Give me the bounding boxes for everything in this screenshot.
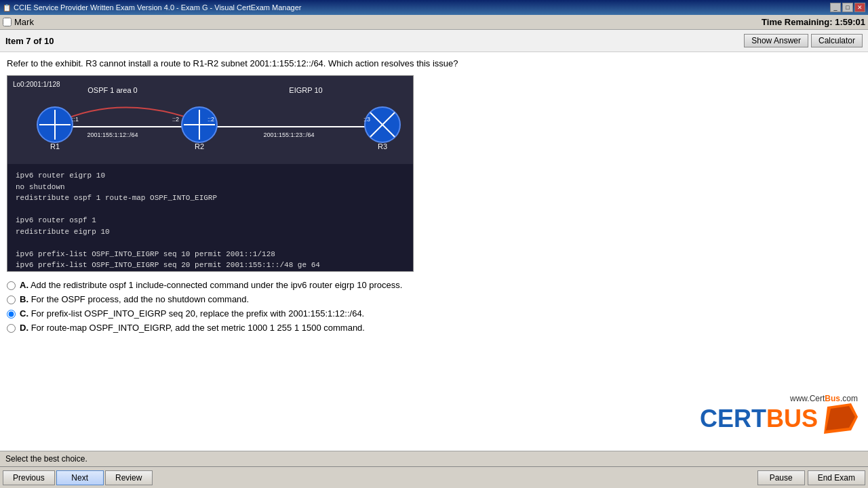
config-line9: ipv6 prefix-list OSPF_INTO_EIGRP seq 20 … bbox=[16, 260, 405, 271]
config-line1: ipv6 router eigrp 10 bbox=[16, 170, 405, 182]
certbus-www: www. bbox=[790, 394, 810, 403]
certbus-url: www.CertBus.com bbox=[700, 394, 858, 403]
question-text: Refer to the exhibit. R3 cannot install … bbox=[7, 58, 861, 70]
certbus-dotcom: .com bbox=[840, 394, 858, 403]
certbus-brand: CERTBUS bbox=[700, 403, 858, 434]
certbus-cert: Cert bbox=[810, 394, 825, 403]
radio-c[interactable] bbox=[7, 310, 16, 319]
previous-button[interactable]: Previous bbox=[3, 470, 55, 485]
mark-checkbox-container[interactable]: Mark bbox=[3, 17, 34, 27]
minimize-button[interactable]: _ bbox=[830, 3, 841, 12]
title-bar-left: 📋 CCIE Service Provider Written Exam Ver… bbox=[3, 3, 301, 12]
status-bar: Select the best choice. bbox=[0, 451, 868, 466]
menu-bar: Mark Time Remaining: 1:59:01 bbox=[0, 15, 868, 30]
config-line3: redistribute ospf 1 route-map OSPF_INTO_… bbox=[16, 192, 405, 204]
subnet1-label: 2001:155:1:12::/64 bbox=[87, 131, 138, 138]
option-a: A. Add the redistribute ospf 1 include-c… bbox=[7, 280, 861, 290]
option-d: D. For route-map OSPF_INTO_EIGRP, add th… bbox=[7, 323, 861, 333]
title-bar-controls[interactable]: _ □ ✕ bbox=[830, 3, 865, 12]
end-exam-button[interactable]: End Exam bbox=[808, 470, 865, 485]
option-c: C. For prefix-list OSPF_INTO_EIGRP seq 2… bbox=[7, 308, 861, 319]
exhibit: Lo0:2001:1/128 OSPF 1 area 0 EIGRP 10 R1… bbox=[7, 75, 414, 272]
r2-int1-label: ::2 bbox=[172, 116, 179, 123]
config-line6: redistribute eigrp 10 bbox=[16, 226, 405, 238]
r2-label: R2 bbox=[195, 142, 204, 150]
config-line5: ipv6 router ospf 1 bbox=[16, 215, 405, 226]
review-button[interactable]: Review bbox=[105, 470, 153, 485]
mark-checkbox[interactable] bbox=[3, 18, 12, 26]
pause-button[interactable]: Pause bbox=[757, 470, 805, 485]
maximize-button[interactable]: □ bbox=[842, 3, 853, 12]
main-content: Item 7 of 10 Show Answer Calculator Refe… bbox=[0, 30, 868, 451]
question-body: Refer to the exhibit. R3 cannot install … bbox=[0, 52, 868, 451]
config-line4 bbox=[16, 204, 405, 216]
nav-bar: Previous Next Review Pause End Exam bbox=[0, 466, 868, 488]
calculator-button[interactable]: Calculator bbox=[811, 34, 863, 47]
r3-label: R3 bbox=[378, 142, 387, 150]
subnet2-label: 2001:155:1:23::/64 bbox=[263, 131, 314, 138]
radio-b[interactable] bbox=[7, 296, 16, 304]
config-code: ipv6 router eigrp 10 no shutdown redistr… bbox=[7, 166, 413, 272]
item-label: Item 7 of 10 bbox=[5, 36, 54, 46]
close-button[interactable]: ✕ bbox=[854, 3, 865, 12]
option-c-text: C. For prefix-list OSPF_INTO_EIGRP seq 2… bbox=[20, 308, 364, 319]
certbus-logo-container: www.CertBus.com CERTBUS bbox=[700, 394, 858, 434]
show-answer-button[interactable]: Show Answer bbox=[744, 34, 808, 47]
radio-d[interactable] bbox=[7, 324, 16, 333]
nav-left: Previous Next Review bbox=[3, 470, 153, 485]
question-header: Item 7 of 10 Show Answer Calculator bbox=[0, 30, 868, 52]
config-line2: no shutdown bbox=[16, 182, 405, 193]
r2-int2-label: ::2 bbox=[208, 116, 214, 123]
time-remaining: Time Remaining: 1:59:01 bbox=[762, 17, 865, 27]
r1-int-label: ::1 bbox=[72, 116, 79, 123]
r1-label: R1 bbox=[50, 142, 60, 150]
next-button[interactable]: Next bbox=[56, 470, 104, 485]
lo-label: Lo0:2001:1/128 bbox=[13, 81, 60, 88]
certbus-bus-brand: BUS bbox=[766, 407, 818, 431]
radio-a[interactable] bbox=[7, 281, 16, 290]
certbus-icon bbox=[821, 403, 858, 434]
option-b: B. For the OSPF process, add the no shut… bbox=[7, 294, 861, 304]
config-line10: route-map OSPF_INTO_EIGRP permit 10 bbox=[16, 271, 405, 272]
mark-label[interactable]: Mark bbox=[14, 17, 34, 27]
title-bar: 📋 CCIE Service Provider Written Exam Ver… bbox=[0, 0, 868, 15]
window-title: CCIE Service Provider Written Exam Versi… bbox=[14, 3, 301, 12]
ospf-label: OSPF 1 area 0 bbox=[87, 86, 137, 94]
certbus-bus-url: Bus bbox=[825, 394, 840, 403]
option-b-text: B. For the OSPF process, add the no shut… bbox=[20, 294, 249, 304]
option-a-text: A. Add the redistribute ospf 1 include-c… bbox=[20, 280, 402, 290]
header-buttons: Show Answer Calculator bbox=[744, 34, 863, 47]
status-text: Select the best choice. bbox=[5, 454, 87, 464]
answer-choices: A. Add the redistribute ospf 1 include-c… bbox=[7, 280, 861, 333]
nav-right: Pause End Exam bbox=[757, 470, 865, 485]
config-line7 bbox=[16, 237, 405, 249]
config-line8: ipv6 prefix-list OSPF_INTO_EIGRP seq 10 … bbox=[16, 249, 405, 260]
certbus-cert-brand: CERT bbox=[700, 407, 766, 431]
r3-int-label: ::3 bbox=[363, 116, 370, 123]
eigrp-label: EIGRP 10 bbox=[289, 86, 322, 94]
option-d-text: D. For route-map OSPF_INTO_EIGRP, add th… bbox=[20, 323, 365, 333]
